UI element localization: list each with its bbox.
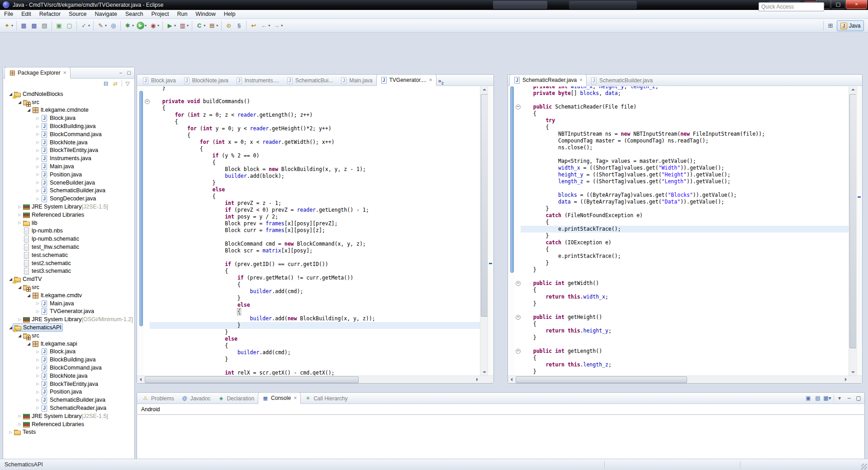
console-tab-console[interactable]: ▦Console× <box>258 392 301 404</box>
tree-item-jre-system-library[interactable]: ▷JRE System Library [J2SE-1.5] <box>3 203 133 211</box>
editor-tab-main-java[interactable]: JMain.java <box>337 75 376 85</box>
tree-item-blocktileentity-java[interactable]: ▷JBlockTileEntity.java <box>3 147 133 155</box>
tree-expanded-icon[interactable]: ◢ <box>26 342 32 346</box>
open-perspective-icon[interactable]: ⊞ <box>826 21 835 30</box>
overview-marker[interactable] <box>858 196 861 198</box>
editor-right-ruler[interactable] <box>508 86 515 375</box>
new-package-icon[interactable]: ⊞▾ <box>207 20 219 31</box>
tree-expanded-icon[interactable]: ◢ <box>17 285 23 290</box>
close-icon[interactable]: × <box>63 70 66 76</box>
tree-item-schematicbuilder-java[interactable]: ▷JSchematicBuilder.java <box>3 187 133 195</box>
coverage-icon[interactable]: ▥▾ <box>177 20 190 31</box>
tree-collapsed-icon[interactable]: ▷ <box>35 124 41 128</box>
profile-icon[interactable]: ◉▾ <box>148 20 161 31</box>
editor-tab-tvgenerator[interactable]: JTVGenerator....× <box>376 74 436 86</box>
tree-expanded-icon[interactable]: ◢ <box>17 333 23 338</box>
junit-icon[interactable]: ✓▾ <box>79 20 91 31</box>
menu-item-window[interactable]: Window <box>191 10 219 19</box>
tree-item-position-java[interactable]: ▷JPosition.java <box>3 171 133 179</box>
tree-item-blocknote-java[interactable]: ▷JBlockNote.java <box>3 138 133 147</box>
tree-collapsed-icon[interactable]: ▷ <box>35 350 41 354</box>
scrollbar-thumb[interactable] <box>516 376 687 383</box>
print-icon[interactable]: ▤ <box>39 20 50 31</box>
tree-collapsed-icon[interactable]: ▷ <box>17 422 23 426</box>
menu-item-edit[interactable]: Edit <box>17 10 35 19</box>
editor-left-hscrollbar[interactable] <box>137 375 480 383</box>
link-with-editor-icon[interactable]: ⇄ <box>111 80 119 88</box>
open-element-icon[interactable]: ◎ <box>108 20 119 31</box>
scrollbar-thumb[interactable] <box>849 94 857 348</box>
tree-collapsed-icon[interactable]: ▷ <box>35 358 41 362</box>
tree-collapsed-icon[interactable]: ▷ <box>17 414 23 418</box>
editor-right-code[interactable]: private int width_x, height_y, length_z;… <box>521 86 849 375</box>
tree-item-block-java[interactable]: ▷JBlock.java <box>3 114 133 122</box>
view-menu-icon[interactable]: ▽ <box>123 80 132 88</box>
tree-item-main-java[interactable]: ▷JMain.java <box>3 162 133 171</box>
tree-item-src[interactable]: ◢src <box>3 98 133 106</box>
back-icon[interactable]: ←▾ <box>259 20 271 31</box>
android-device-manager-icon[interactable]: ▢ <box>64 20 75 31</box>
scroll-left-icon[interactable] <box>137 376 144 383</box>
tree-collapsed-icon[interactable]: ▷ <box>35 165 41 169</box>
tree-item-tests[interactable]: ▷Tests <box>3 428 133 436</box>
tree-item-lt-ekgame-cmdnote[interactable]: ◢lt.ekgame.cmdnote <box>3 106 133 114</box>
editor-left-fold-column[interactable] <box>144 86 150 375</box>
tree-item-block-java[interactable]: ▷JBlock.java <box>3 348 133 356</box>
tree-item-test-lhw-schematic[interactable]: test_lhw.schematic <box>3 243 133 251</box>
fold-collapse-icon[interactable] <box>516 349 521 354</box>
open-task-icon[interactable]: § <box>234 20 244 31</box>
menu-item-navigate[interactable]: Navigate <box>91 10 121 19</box>
tree-collapsed-icon[interactable]: ▷ <box>35 180 41 185</box>
maximize-view-icon[interactable]: ▢ <box>125 70 133 76</box>
scrollbar-thumb[interactable] <box>481 94 488 317</box>
tree-item-jre-system-library[interactable]: ▷JRE System Library [J2SE-1.5] <box>3 412 133 420</box>
fold-collapse-icon[interactable] <box>145 99 150 104</box>
tree-expanded-icon[interactable]: ◢ <box>17 100 23 104</box>
resize-grip-icon[interactable] <box>861 464 867 470</box>
tree-collapsed-icon[interactable]: ▷ <box>17 221 23 225</box>
tree-item-lp-numb-nbs[interactable]: lp-numb.nbs <box>3 227 133 235</box>
menu-item-project[interactable]: Project <box>147 10 173 19</box>
console-view-menu-icon[interactable]: ▾ <box>835 394 844 402</box>
editor-tab-schematicbuilder-java[interactable]: JSchematicBuilder.java <box>587 75 656 85</box>
close-icon[interactable]: × <box>294 395 297 401</box>
close-window-button[interactable]: × <box>846 0 867 9</box>
tab-package-explorer[interactable]: Package Explorer × <box>5 67 71 79</box>
tree-item-blockcommand-java[interactable]: ▷JBlockCommand.java <box>3 364 133 372</box>
scroll-right-icon[interactable] <box>842 376 849 383</box>
tree-item-cmdtv[interactable]: ◢CmdTV <box>3 275 133 283</box>
java-search-icon[interactable]: ⊙ <box>223 20 234 31</box>
editor-left-overview-ruler[interactable] <box>488 86 493 375</box>
tree-item-lp-numb-schematic[interactable]: lp-numb.schematic <box>3 235 133 243</box>
debug-icon[interactable]: ✱▾ <box>123 20 135 31</box>
overview-marker[interactable] <box>489 263 492 264</box>
scroll-right-icon[interactable] <box>474 376 480 383</box>
editor-right-vscrollbar[interactable] <box>849 86 857 375</box>
tree-collapsed-icon[interactable]: ▷ <box>35 406 41 410</box>
tree-item-lt-ekgame-sapi[interactable]: ◢lt.ekgame.sapi <box>3 340 133 348</box>
fold-collapse-icon[interactable] <box>516 315 521 320</box>
menu-item-source[interactable]: Source <box>65 10 91 19</box>
tree-expanded-icon[interactable]: ◢ <box>26 108 32 112</box>
menu-item-file[interactable]: File <box>0 10 17 19</box>
menu-item-search[interactable]: Search <box>121 10 147 19</box>
tree-item-referenced-libraries[interactable]: ▷Referenced Libraries <box>3 211 133 219</box>
pin-console-icon[interactable]: ▣ <box>804 394 812 402</box>
scrollbar-thumb[interactable] <box>145 376 359 383</box>
tree-collapsed-icon[interactable]: ▷ <box>17 318 23 322</box>
fold-collapse-icon[interactable] <box>516 104 521 109</box>
tree-collapsed-icon[interactable]: ▷ <box>35 157 41 161</box>
tree-item-schematicbuilder-java[interactable]: ▷JSchematicBuilder.java <box>3 396 133 404</box>
tree-item-referenced-libraries[interactable]: ▷Referenced Libraries <box>3 420 133 428</box>
tree-item-schematicsapi[interactable]: ◢SchematicsAPI <box>3 323 133 332</box>
annotation-icon[interactable]: ✎▾ <box>95 20 108 31</box>
menu-item-help[interactable]: Help <box>220 10 240 19</box>
tree-item-lt-ekgame-cmdtv[interactable]: ◢lt.ekgame.cmdtv <box>3 291 133 299</box>
run-icon[interactable]: ▶▾ <box>135 20 148 31</box>
tree-item-src[interactable]: ◢src <box>3 283 133 291</box>
open-console-icon[interactable]: ▦▾ <box>823 394 831 402</box>
menu-item-run[interactable]: Run <box>173 10 191 19</box>
tree-collapsed-icon[interactable]: ▷ <box>35 366 41 370</box>
tree-collapsed-icon[interactable]: ▷ <box>35 189 41 193</box>
tree-item-position-java[interactable]: ▷JPosition.java <box>3 388 133 396</box>
